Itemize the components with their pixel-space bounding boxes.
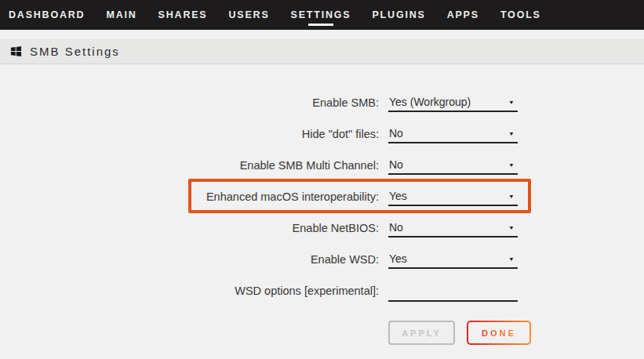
- smb-multi-channel-select[interactable]: No ▼: [388, 156, 518, 175]
- chevron-down-icon: ▼: [508, 256, 518, 262]
- smb-settings-form: Enable SMB: Yes (Workgroup) ▼ Hide "dot"…: [0, 87, 644, 306]
- chevron-down-icon: ▼: [508, 224, 518, 230]
- hide-dot-files-value: No: [388, 127, 403, 140]
- enable-netbios-label: Enable NetBIOS:: [0, 212, 379, 244]
- done-button[interactable]: DONE: [467, 321, 531, 345]
- chevron-down-icon: ▼: [508, 161, 518, 168]
- row-enable-wsd: Enable WSD: Yes ▼: [0, 244, 644, 275]
- chevron-down-icon: ▼: [508, 99, 518, 105]
- hide-dot-files-label: Hide "dot" files:: [0, 118, 379, 150]
- row-macos-interoperability: Enhanced macOS interoperability: Yes ▼: [0, 181, 644, 212]
- form-actions: APPLY DONE: [388, 321, 531, 345]
- enable-smb-value: Yes (Workgroup): [388, 96, 471, 108]
- wsd-options-label: WSD options [experimental]:: [0, 275, 379, 306]
- macos-interoperability-value: Yes: [388, 190, 407, 202]
- nav-item-tools[interactable]: TOOLS: [500, 0, 541, 30]
- smb-multi-channel-label: Enable SMB Multi Channel:: [0, 150, 379, 181]
- enable-wsd-value: Yes: [388, 252, 407, 265]
- row-enable-netbios: Enable NetBIOS: No ▼: [0, 212, 644, 244]
- chevron-down-icon: ▼: [508, 130, 518, 136]
- enable-smb-select[interactable]: Yes (Workgroup) ▼: [388, 93, 518, 112]
- apply-button[interactable]: APPLY: [388, 321, 455, 345]
- enable-netbios-select[interactable]: No ▼: [388, 219, 518, 238]
- windows-icon: [10, 45, 22, 57]
- page-title: SMB Settings: [30, 45, 120, 58]
- nav-item-shares[interactable]: SHARES: [158, 0, 208, 30]
- row-smb-multi-channel: Enable SMB Multi Channel: No ▼: [0, 150, 644, 181]
- row-wsd-options: WSD options [experimental]:: [0, 275, 644, 306]
- nav-item-dashboard[interactable]: DASHBOARD: [9, 0, 85, 30]
- nav-item-plugins[interactable]: PLUGINS: [372, 0, 425, 30]
- smb-multi-channel-value: No: [388, 158, 403, 171]
- wsd-options-input[interactable]: [388, 278, 518, 302]
- hide-dot-files-select[interactable]: No ▼: [388, 125, 518, 143]
- macos-interoperability-select[interactable]: Yes ▼: [388, 187, 518, 206]
- row-hide-dot-files: Hide "dot" files: No ▼: [0, 118, 644, 150]
- nav-item-users[interactable]: USERS: [229, 0, 270, 30]
- smb-settings-page: DASHBOARD MAIN SHARES USERS SETTINGS PLU…: [0, 0, 644, 359]
- enable-wsd-select[interactable]: Yes ▼: [388, 250, 518, 269]
- enable-wsd-label: Enable WSD:: [0, 244, 379, 275]
- chevron-down-icon: ▼: [508, 193, 518, 199]
- nav-item-main[interactable]: MAIN: [106, 0, 136, 30]
- enable-smb-label: Enable SMB:: [0, 87, 379, 118]
- section-header: SMB Settings: [0, 39, 644, 64]
- row-enable-smb: Enable SMB: Yes (Workgroup) ▼: [0, 87, 644, 118]
- done-button-label: DONE: [482, 328, 516, 338]
- nav-item-settings[interactable]: SETTINGS: [291, 0, 351, 30]
- nav-item-apps[interactable]: APPS: [447, 0, 479, 30]
- top-navbar: DASHBOARD MAIN SHARES USERS SETTINGS PLU…: [0, 0, 644, 30]
- enable-netbios-value: No: [388, 221, 403, 234]
- macos-interoperability-label: Enhanced macOS interoperability:: [0, 181, 379, 212]
